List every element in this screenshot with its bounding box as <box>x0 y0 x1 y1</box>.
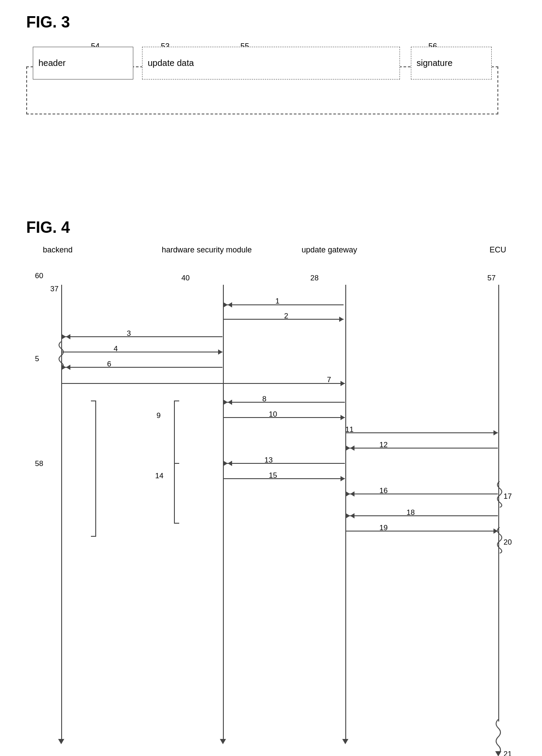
arrow-7-line <box>62 383 345 384</box>
ref-3: 3 <box>127 329 131 338</box>
ref-7: 7 <box>327 376 331 384</box>
ref-17: 17 <box>504 492 512 501</box>
arrow-2 <box>223 319 344 320</box>
bracket-vert-right <box>95 400 96 536</box>
update-data-box: update data <box>142 47 400 79</box>
fig3-diagram: 54 53 55 56 header update data signature <box>26 40 507 119</box>
arrow-10 <box>223 417 345 418</box>
fig4-diagram: backend hardware security module update … <box>26 245 525 756</box>
bracket-bot-left <box>174 523 179 524</box>
signature-box: signature <box>411 47 492 79</box>
lifeline-gateway-arrow <box>342 739 348 744</box>
ref-11: 11 <box>345 425 354 434</box>
lifeline-ecu-arrow <box>495 751 501 756</box>
ref-8: 8 <box>262 395 266 404</box>
ref-40: 40 <box>181 274 190 283</box>
ref-14: 14 <box>155 472 163 480</box>
ref-12: 12 <box>379 441 388 449</box>
ref-5: 5 <box>35 355 39 363</box>
actor-gateway: update gateway <box>302 245 357 255</box>
ref-21: 21 <box>504 750 512 756</box>
actor-hsm: hardware security module <box>162 245 252 255</box>
bracket-mid-left <box>174 463 179 464</box>
ref-10: 10 <box>269 410 277 419</box>
ref-16: 16 <box>379 487 388 495</box>
lifeline-hsm <box>223 285 224 739</box>
ecu-squiggle <box>487 719 509 754</box>
update-data-label: update data <box>148 58 194 68</box>
lifeline-backend-arrow <box>58 739 64 744</box>
ref-37: 37 <box>50 285 59 293</box>
ref-18: 18 <box>406 508 415 517</box>
arrow-4 <box>62 352 222 352</box>
ref-9: 9 <box>156 411 160 420</box>
ref-19: 19 <box>379 524 388 532</box>
arrow-1 <box>223 304 344 305</box>
arrow-8 <box>223 402 345 403</box>
ref-60: 60 <box>35 272 43 280</box>
arrow-18 <box>346 515 498 516</box>
backend-squiggle <box>50 342 72 368</box>
lifeline-gateway <box>345 285 346 739</box>
header-box: header <box>33 47 133 79</box>
ref-1: 1 <box>275 297 279 306</box>
arrow-19 <box>346 531 498 532</box>
actor-backend: backend <box>43 245 73 255</box>
arrow-13 <box>223 463 345 464</box>
ref-2: 2 <box>284 312 288 321</box>
ref-20: 20 <box>504 538 512 547</box>
arrow-15 <box>223 478 345 479</box>
arrow-16 <box>346 494 498 494</box>
arrow-12 <box>346 448 498 449</box>
ref-6: 6 <box>107 360 111 369</box>
signature-label: signature <box>417 58 452 68</box>
lifeline-hsm-arrow <box>220 739 226 744</box>
actor-ecu: ECU <box>490 245 506 255</box>
ref-15: 15 <box>269 471 277 480</box>
arrow-3 <box>62 336 222 337</box>
ref-58: 58 <box>35 459 43 468</box>
ref-57: 57 <box>487 274 496 283</box>
fig4-section: FIG. 4 backend hardware security module … <box>26 218 525 756</box>
fig3-title: FIG. 3 <box>26 13 507 31</box>
ref-28: 28 <box>310 274 319 283</box>
fig3-section: FIG. 3 54 53 55 56 header update data si… <box>26 13 507 119</box>
ref-13: 13 <box>264 456 273 465</box>
arrow-11 <box>346 432 498 433</box>
bracket-vert-left <box>174 400 175 523</box>
arrow-6 <box>62 367 222 368</box>
ref-4: 4 <box>114 345 118 353</box>
bracket-bot-right <box>91 536 96 537</box>
fig4-title: FIG. 4 <box>26 218 525 237</box>
header-label: header <box>38 58 66 68</box>
